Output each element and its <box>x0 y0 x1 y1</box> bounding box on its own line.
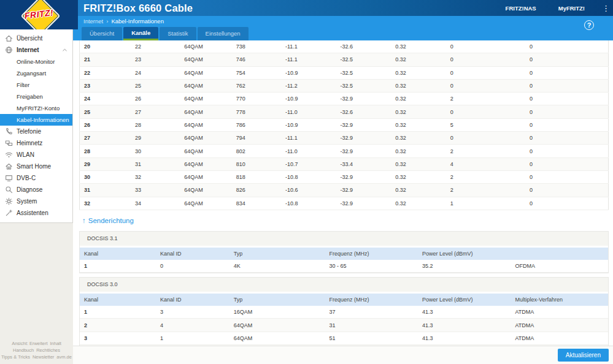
fritz-logo[interactable]: FRITZ! <box>0 0 78 29</box>
table-cell: 0 <box>446 132 525 145</box>
table-cell: -11.1 <box>281 53 336 66</box>
table-cell: 26 <box>131 93 180 105</box>
sidebar-item-label: Übersicht <box>17 35 42 42</box>
myfritz-link[interactable]: MyFRITZ! <box>558 5 585 12</box>
table-cell: 0 <box>525 40 608 53</box>
tab-statistik[interactable]: Statistik <box>160 27 196 40</box>
sidebar-item-assistenten[interactable]: Assistenten <box>0 207 72 219</box>
table-cell: 22 <box>131 40 180 53</box>
docsis30-title: DOCSIS 3.0 <box>80 278 608 294</box>
sidebar-item-diagnose[interactable]: Diagnose <box>0 184 72 195</box>
sidebar-item-filter[interactable]: Filter <box>0 79 72 91</box>
table-row: 104K30 - 6535.2OFDMA <box>80 260 608 273</box>
footer-link-avm-de[interactable]: avm.de <box>56 354 72 360</box>
table-cell: 810 <box>232 157 281 170</box>
sidebar-item-bersicht[interactable]: Übersicht <box>0 32 72 44</box>
table-cell: 0 <box>446 53 525 66</box>
table-cell: 5 <box>446 118 525 131</box>
footer-link-handbuch[interactable]: Handbuch <box>13 347 34 353</box>
table-cell: 0.32 <box>391 66 446 79</box>
table-cell: 1 <box>80 260 156 273</box>
table-cell: 41.3 <box>418 319 511 332</box>
kebab-menu-icon[interactable]: ⋮ <box>602 4 610 13</box>
table-cell: -32.9 <box>336 118 391 131</box>
table-cell: -11.0 <box>281 145 336 157</box>
page-title: FRITZ!Box 6660 Cable <box>78 2 506 14</box>
table-cell: 24 <box>131 66 180 79</box>
sidebar-item-heimnetz[interactable]: Heimnetz <box>0 137 72 149</box>
table-cell: 27 <box>131 105 180 118</box>
chevron-up-icon <box>61 47 68 53</box>
help-icon[interactable]: ? <box>584 20 594 30</box>
refresh-button[interactable]: Aktualisieren <box>558 349 609 362</box>
table-cell: 0.32 <box>391 53 446 66</box>
footer-link-rechtliches[interactable]: Rechtliches <box>36 347 60 353</box>
table-cell: 0 <box>525 105 608 118</box>
table-cell: 25 <box>131 79 180 92</box>
tab-einstellungen[interactable]: Einstellungen <box>198 27 249 40</box>
table-cell: -11.1 <box>281 132 336 145</box>
column-header: Typ <box>229 294 325 306</box>
table-cell: 1 <box>446 197 525 210</box>
table-row: 1316QAM3741.3ATDMA <box>80 306 608 319</box>
column-header: Kanal <box>80 248 156 260</box>
sidebar-item-zugangsart[interactable]: Zugangsart <box>0 67 72 79</box>
table-cell: -32.9 <box>336 170 391 183</box>
breadcrumb-page: Kabel-Informationen <box>111 18 164 25</box>
sidebar-item-smart-home[interactable]: Smart Home <box>0 161 72 172</box>
table-cell: 30 <box>131 145 180 157</box>
footer-link-newsletter[interactable]: Newsletter <box>33 354 54 360</box>
table-cell: -32.9 <box>336 132 391 145</box>
table-cell: 0.32 <box>391 132 446 145</box>
sidebar-item-label: Diagnose <box>17 186 42 193</box>
footer-link-tipps-tricks[interactable]: Tipps & Tricks <box>1 354 30 360</box>
tab-kan-le[interactable]: Kanäle <box>123 27 158 40</box>
sidebar-item-wlan[interactable]: WLAN <box>0 149 72 161</box>
sidebar-item-dvb-c[interactable]: DVB-C <box>0 172 72 184</box>
footer-link-inhalt[interactable]: Inhalt <box>50 341 61 346</box>
table-row: 202264QAM738-11.1-32.60.3200 <box>80 40 609 53</box>
table-cell: 16QAM <box>229 306 325 319</box>
table-cell: 0 <box>525 170 608 183</box>
table-cell: -32.5 <box>336 79 391 92</box>
table-cell: 4K <box>229 260 325 273</box>
docsis31-title: DOCSIS 3.1 <box>80 232 608 248</box>
sidebar-item-system[interactable]: System <box>0 195 72 207</box>
table-cell: 29 <box>80 157 131 170</box>
table-row: 3164QAM5141.3ATDMA <box>80 332 608 344</box>
sidebar-item-telefonie[interactable]: Telefonie <box>0 126 72 137</box>
table-cell: 21 <box>80 53 131 66</box>
table-cell: 64QAM <box>180 197 231 210</box>
table-cell: -32.9 <box>336 93 391 105</box>
table-cell: 23 <box>131 53 180 66</box>
table-row: 2464QAM3141.3ATDMA <box>80 319 608 332</box>
table-cell: 0.32 <box>391 118 446 131</box>
sidebar-item-kabel-informationen[interactable]: Kabel-Informationen <box>0 114 72 126</box>
table-cell: -10.6 <box>281 184 336 197</box>
globe-icon <box>5 46 13 54</box>
table-cell: 41.3 <box>418 306 511 319</box>
table-cell: 0.32 <box>391 105 446 118</box>
breadcrumb-separator-icon: › <box>106 18 108 25</box>
column-header: Kanal ID <box>156 248 229 260</box>
sidebar-item-myfritz-konto[interactable]: MyFRITZ!-Konto <box>0 102 72 114</box>
tab-bersicht[interactable]: Übersicht <box>82 27 122 40</box>
sidebar-item-internet[interactable]: Internet <box>0 44 72 56</box>
table-cell: 3 <box>80 332 156 344</box>
table-cell: 64QAM <box>180 40 231 53</box>
column-header: Kanal ID <box>156 294 229 306</box>
tab-bar: ÜbersichtKanäleStatistikEinstellungen <box>82 27 249 40</box>
table-cell: 794 <box>232 132 281 145</box>
table-cell: 64QAM <box>180 79 231 92</box>
footer-link-ansicht-erweitert[interactable]: Ansicht: Erweitert <box>12 341 47 346</box>
downstream-channel-table: 202264QAM738-11.1-32.60.3200212364QAM746… <box>79 40 609 210</box>
up-arrow-icon: ↑ <box>82 217 86 224</box>
table-cell: 33 <box>131 184 180 197</box>
table-cell: 0 <box>525 79 608 92</box>
column-header: Typ <box>229 248 325 260</box>
breadcrumb-section[interactable]: Internet <box>83 18 103 25</box>
table-cell: 826 <box>232 184 281 197</box>
sidebar-item-freigaben[interactable]: Freigaben <box>0 91 72 102</box>
fritznas-link[interactable]: FRITZ!NAS <box>506 5 536 12</box>
sidebar-item-online-monitor[interactable]: Online-Monitor <box>0 56 72 67</box>
